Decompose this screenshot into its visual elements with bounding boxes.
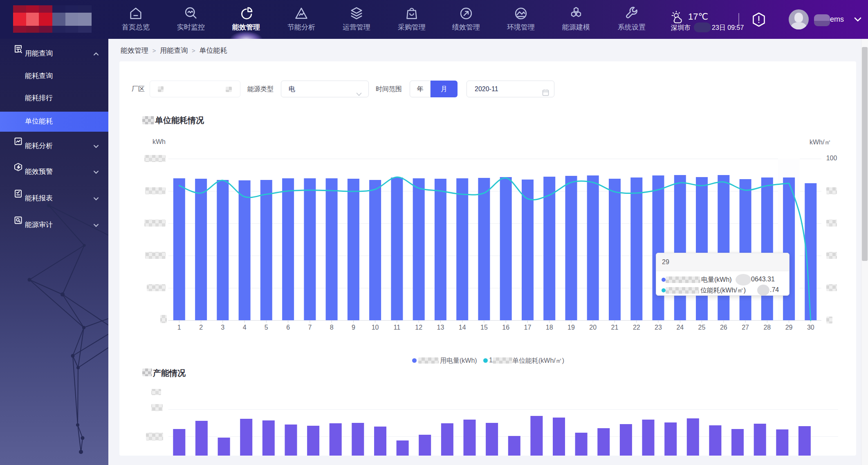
- svg-text:100: 100: [826, 155, 837, 162]
- svg-text:7: 7: [308, 324, 312, 331]
- svg-text:6: 6: [286, 324, 290, 331]
- svg-text:20: 20: [589, 324, 597, 331]
- svg-text:25: 25: [698, 324, 706, 331]
- svg-text:23: 23: [655, 324, 662, 331]
- svg-text:11: 11: [394, 324, 401, 331]
- svg-text:5: 5: [265, 324, 268, 331]
- svg-text:2: 2: [199, 324, 203, 331]
- svg-text:12: 12: [415, 324, 422, 331]
- svg-text:1: 1: [177, 324, 181, 331]
- svg-text:15: 15: [480, 324, 488, 331]
- svg-text:9: 9: [352, 324, 355, 331]
- svg-text:kWh: kWh: [153, 138, 166, 145]
- svg-text:8: 8: [330, 324, 334, 331]
- svg-text:30: 30: [807, 324, 814, 331]
- svg-text:3: 3: [221, 324, 224, 331]
- svg-text:10: 10: [372, 324, 379, 331]
- svg-text:27: 27: [742, 324, 749, 331]
- svg-text:19: 19: [567, 324, 575, 331]
- svg-text:21: 21: [611, 324, 619, 331]
- svg-text:kWh/㎡: kWh/㎡: [810, 139, 831, 146]
- svg-text:26: 26: [720, 324, 727, 331]
- svg-text:29: 29: [785, 324, 793, 331]
- svg-text:17: 17: [524, 324, 532, 331]
- svg-text:24: 24: [676, 324, 684, 331]
- svg-text:4: 4: [243, 324, 247, 331]
- svg-text:18: 18: [546, 324, 553, 331]
- svg-text:16: 16: [502, 324, 509, 331]
- svg-text:14: 14: [459, 324, 466, 331]
- svg-text:28: 28: [763, 324, 771, 331]
- svg-text:22: 22: [633, 324, 640, 331]
- svg-text:13: 13: [437, 324, 444, 331]
